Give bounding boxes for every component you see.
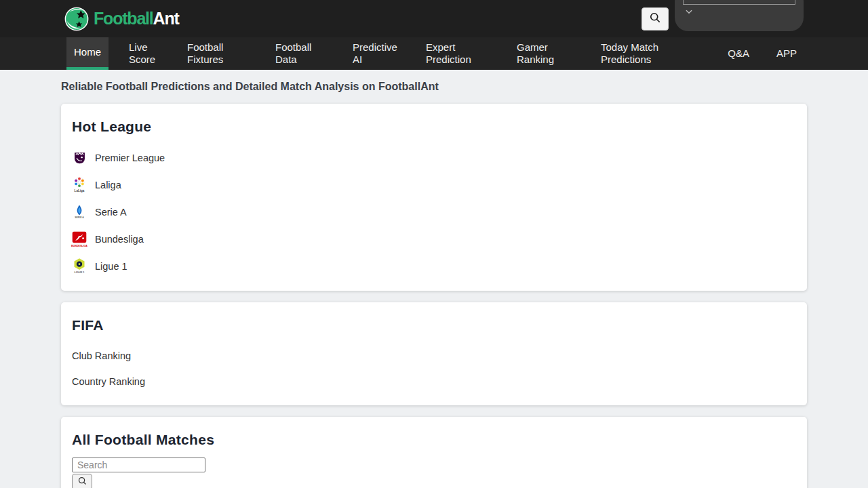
nav-item-today-match-predictions[interactable]: Today Match Predictions bbox=[601, 37, 663, 70]
nav-item-expert-prediction[interactable]: Expert Prediction bbox=[426, 37, 477, 70]
fifa-country-ranking-link[interactable]: Country Ranking bbox=[72, 369, 796, 394]
all-football-matches-card: All Football Matches CAF Africa bbox=[61, 417, 807, 488]
league-item-laliga[interactable]: LaLiga Laliga bbox=[72, 171, 796, 199]
header-dropdown[interactable] bbox=[675, 0, 804, 31]
nav-item-football-fixtures[interactable]: Football Fixtures bbox=[187, 37, 232, 70]
hot-league-list: Premier League LaLiga bbox=[72, 144, 796, 280]
league-label: Serie A bbox=[95, 207, 127, 218]
nav-item-predictive-ai[interactable]: Predictive AI bbox=[353, 37, 401, 70]
league-item-premier-league[interactable]: Premier League bbox=[72, 144, 796, 171]
league-item-ligue-1[interactable]: LIGUE 1 Ligue 1 bbox=[72, 253, 796, 280]
league-label: Premier League bbox=[95, 152, 165, 163]
laliga-icon: LaLiga bbox=[72, 176, 87, 194]
svg-text:BUNDESLIGA: BUNDESLIGA bbox=[71, 245, 87, 247]
serie-a-icon: SERIE A bbox=[72, 203, 87, 221]
page-title: Reliable Football Predictions and Detail… bbox=[61, 81, 807, 93]
matches-search-button[interactable] bbox=[72, 474, 92, 488]
top-header: FootballAnt Home Live Score Football Fix… bbox=[0, 0, 868, 70]
nav-item-qa[interactable]: Q&A bbox=[728, 37, 749, 70]
nav-item-app[interactable]: APP bbox=[776, 37, 797, 70]
matches-search-input[interactable] bbox=[72, 458, 205, 472]
hot-league-title: Hot League bbox=[72, 119, 796, 135]
league-label: Ligue 1 bbox=[95, 261, 127, 272]
nav-item-football-data[interactable]: Football Data bbox=[275, 37, 320, 70]
header-dropdown-input[interactable] bbox=[683, 0, 795, 5]
main-content: Reliable Football Predictions and Detail… bbox=[0, 70, 868, 488]
bundesliga-icon: BUNDESLIGA bbox=[72, 230, 87, 248]
header-search-button[interactable] bbox=[642, 7, 669, 30]
search-icon bbox=[77, 476, 87, 488]
chevron-down-icon bbox=[684, 7, 694, 19]
all-matches-title: All Football Matches bbox=[72, 432, 796, 448]
league-label: Bundesliga bbox=[95, 234, 144, 245]
main-nav: Home Live Score Football Fixtures Footba… bbox=[0, 37, 868, 70]
league-label: Laliga bbox=[95, 180, 121, 190]
fifa-title: FIFA bbox=[72, 317, 796, 333]
league-item-serie-a[interactable]: SERIE A Serie A bbox=[72, 199, 796, 226]
nav-item-gamer-ranking[interactable]: Gamer Ranking bbox=[517, 37, 557, 70]
hot-league-card: Hot League Premier League bbox=[61, 104, 807, 291]
premier-league-icon bbox=[72, 150, 87, 165]
fifa-club-ranking-link[interactable]: Club Ranking bbox=[72, 343, 796, 369]
svg-text:LIGUE 1: LIGUE 1 bbox=[75, 271, 85, 274]
header-bar: FootballAnt bbox=[0, 0, 868, 37]
nav-item-home[interactable]: Home bbox=[66, 37, 108, 70]
logo-text: FootballAnt bbox=[94, 10, 179, 27]
football-ball-logo-icon bbox=[64, 7, 89, 31]
fifa-card: FIFA Club Ranking Country Ranking bbox=[61, 302, 807, 405]
ligue-1-icon: LIGUE 1 bbox=[72, 258, 87, 275]
search-icon bbox=[648, 11, 662, 26]
league-item-bundesliga[interactable]: BUNDESLIGA Bundesliga bbox=[72, 226, 796, 253]
logo[interactable]: FootballAnt bbox=[64, 7, 179, 31]
nav-item-live-score[interactable]: Live Score bbox=[129, 37, 159, 70]
svg-text:SERIE A: SERIE A bbox=[75, 216, 84, 219]
svg-text:LaLiga: LaLiga bbox=[75, 189, 85, 192]
